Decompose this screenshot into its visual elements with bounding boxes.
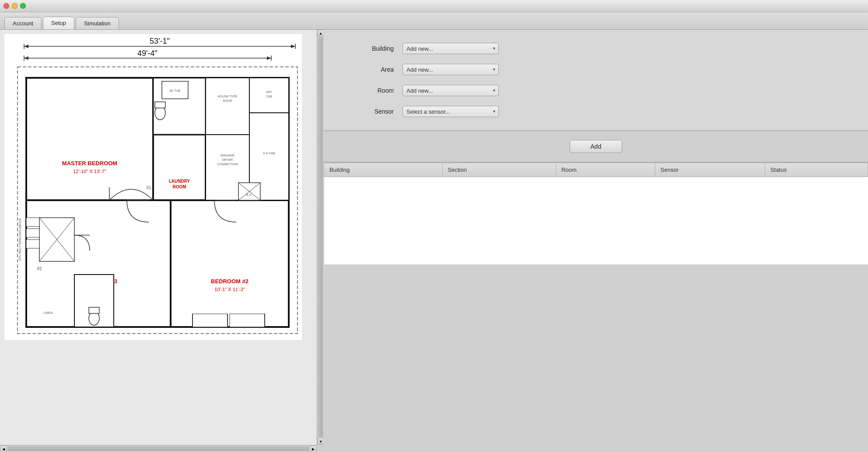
col-section: Section (442, 163, 556, 177)
svg-text:A.C.: A.C. (246, 193, 253, 197)
svg-text:OPL RECT WINDOWS ABOVE: OPL RECT WINDOWS ABOVE (18, 218, 21, 261)
svg-text:MASTER BEDROOM: MASTER BEDROOM (62, 160, 117, 167)
building-select[interactable]: Add new... (402, 43, 499, 54)
scroll-down-button[interactable]: ▼ (317, 438, 324, 445)
svg-text:LINEN: LINEN (44, 311, 53, 314)
area-row: Area Add new... (350, 64, 842, 75)
tab-simulation[interactable]: Simulation (76, 17, 119, 29)
traffic-lights (4, 3, 26, 9)
sensor-select[interactable]: Select a sensor... (402, 106, 499, 117)
svg-rect-61 (89, 307, 99, 313)
svg-rect-56 (26, 229, 39, 237)
horizontal-scrollbar[interactable]: ◀ ▶ (0, 445, 317, 452)
scrollbar-corner (317, 445, 324, 452)
svg-marker-4 (291, 45, 295, 48)
col-building: Building (324, 163, 443, 177)
svg-text:BEDROOM #2: BEDROOM #2 (211, 278, 248, 285)
svg-text:12'-10" X 13'-7": 12'-10" X 13'-7" (73, 169, 106, 174)
svg-text:49'-4": 49'-4" (137, 49, 158, 58)
svg-text:CONNECTION: CONNECTION (217, 163, 238, 166)
maximize-button[interactable] (20, 3, 26, 9)
svg-text:WASHER/: WASHER/ (220, 154, 234, 157)
svg-marker-10 (267, 56, 271, 60)
col-status: Status (765, 163, 868, 177)
table-header-row: Building Section Room Sensor Status (324, 163, 868, 177)
room-select-wrapper: Add new... (402, 85, 499, 96)
scroll-left-button[interactable]: ◀ (0, 445, 7, 452)
svg-text:HOUSE TYPE: HOUSE TYPE (218, 95, 238, 98)
sensor-label: Sensor (350, 108, 394, 115)
scroll-thumb-horizontal[interactable] (8, 446, 309, 451)
svg-text:60' TUB: 60' TUB (170, 89, 181, 92)
sensor-row: Sensor Select a sensor... (350, 106, 842, 117)
table-header: Building Section Room Sensor Status (324, 163, 868, 177)
tab-setup[interactable]: Setup (43, 17, 74, 29)
svg-marker-3 (24, 45, 28, 48)
table-empty-row (324, 177, 868, 264)
building-label: Building (350, 45, 394, 52)
main-content: 53'-1" 49'-4" (0, 30, 868, 452)
add-button[interactable]: Add (570, 140, 622, 153)
table-section: Building Section Room Sensor Status (324, 163, 868, 452)
col-room: Room (556, 163, 655, 177)
svg-rect-65 (192, 314, 228, 327)
table-body (324, 177, 868, 264)
svg-text:ROOM: ROOM (172, 184, 186, 189)
floor-plan-panel: 53'-1" 49'-4" (0, 30, 324, 452)
svg-rect-23 (155, 102, 165, 108)
svg-text:OFF: OFF (266, 90, 272, 94)
add-section: Add (324, 131, 868, 163)
floor-plan-svg: 53'-1" 49'-4" (4, 34, 302, 340)
floor-plan-scroll-container: 53'-1" 49'-4" (0, 30, 317, 445)
room-row: Room Add new... (350, 85, 842, 96)
right-panel: Building Add new... Area Add new... Room (324, 30, 868, 452)
svg-rect-66 (230, 314, 265, 327)
vertical-scrollbar[interactable]: ▲ ▼ (317, 30, 324, 445)
svg-text:LAUNDRY: LAUNDRY (169, 179, 190, 184)
building-row: Building Add new... (350, 43, 842, 54)
minimize-button[interactable] (12, 3, 18, 9)
form-section: Building Add new... Area Add new... Room (324, 30, 868, 131)
floor-plan-canvas: 53'-1" 49'-4" (4, 34, 302, 340)
svg-text:#2: #2 (37, 266, 42, 271)
close-button[interactable] (4, 3, 9, 9)
area-select-wrapper: Add new... (402, 64, 499, 75)
svg-text:53'-1": 53'-1" (150, 37, 170, 45)
svg-rect-57 (26, 240, 39, 248)
svg-rect-24 (206, 78, 249, 135)
scroll-right-button[interactable]: ▶ (310, 445, 317, 452)
svg-rect-55 (26, 218, 39, 226)
title-bar (0, 0, 868, 12)
building-select-wrapper: Add new... (402, 43, 499, 54)
sensor-select-wrapper: Select a sensor... (402, 106, 499, 117)
svg-text:#1: #1 (146, 185, 151, 190)
tab-account[interactable]: Account (4, 17, 42, 29)
room-label: Room (350, 87, 394, 94)
col-sensor: Sensor (655, 163, 765, 177)
room-select[interactable]: Add new... (402, 85, 499, 96)
tab-bar: Account Setup Simulation (0, 12, 868, 30)
area-select[interactable]: Add new... (402, 64, 499, 75)
svg-text:DRYER: DRYER (222, 158, 233, 161)
scroll-thumb-vertical[interactable] (318, 38, 323, 437)
svg-marker-9 (24, 56, 28, 60)
data-table: Building Section Room Sensor Status (324, 163, 868, 264)
svg-text:CAB: CAB (266, 95, 273, 98)
scroll-up-button[interactable]: ▲ (317, 30, 324, 37)
svg-text:DOOR: DOOR (223, 99, 232, 102)
area-label: Area (350, 66, 394, 73)
svg-text:6 H CAB: 6 H CAB (263, 152, 275, 155)
svg-text:10'-1" X 11'-3": 10'-1" X 11'-3" (214, 287, 245, 292)
